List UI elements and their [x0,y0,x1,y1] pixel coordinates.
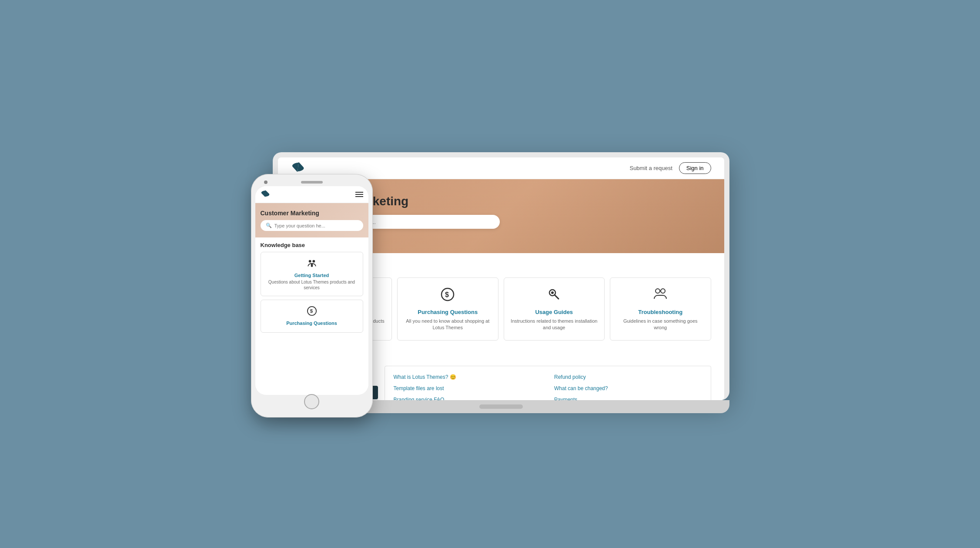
purchasing-card-desc: All you need to know about shopping at L… [404,318,492,331]
article-link-6[interactable]: Payments [554,395,702,400]
hamburger-menu[interactable] [355,192,363,197]
usage-guides-card-desc: Instructions related to themes installat… [511,318,598,331]
kb-card-troubleshooting[interactable]: Troubleshooting Guidelines in case somet… [610,277,711,341]
troubleshooting-card-title: Troubleshooting [617,309,704,315]
usage-guides-card-title: Usage Guides [511,309,598,315]
phone-search-input[interactable] [274,223,358,228]
usage-guides-icon [511,287,598,305]
phone-notch-area [255,180,368,184]
zendesk-logo-desktop [290,162,305,174]
phone-getting-started-title: Getting Started [266,273,358,278]
phone-home-area [255,395,368,408]
phone-kb-title: Knowledge base [261,242,363,248]
article-link-4[interactable]: What can be changed? [554,384,702,393]
svg-point-8 [661,289,665,293]
submit-request-link[interactable]: Submit a request [629,165,672,171]
phone-kb-card-getting-started[interactable]: Getting Started Questions about Lotus Th… [261,252,363,296]
svg-text:$: $ [310,308,313,314]
hamburger-line-1 [355,192,363,193]
troubleshooting-card-desc: Guidelines in case something goes wrong [617,318,704,331]
phone-home-button[interactable] [304,394,319,409]
phone-device: Customer Marketing 🔍 Knowledge base [251,174,373,418]
kb-card-purchasing[interactable]: $ Purchasing Questions All you need to k… [397,277,498,341]
phone-search-bar[interactable]: 🔍 [261,220,363,231]
phone-zendesk-logo [261,190,270,199]
article-link-3[interactable]: Template files are lost [394,384,542,393]
phone-kb-card-purchasing[interactable]: $ Purchasing Questions [261,300,363,333]
phone-speaker [301,181,323,184]
phone-hero-title: Customer Marketing [261,210,363,217]
laptop-base-notch [479,404,523,409]
phone-hero: Customer Marketing 🔍 [255,203,368,237]
articles-list: What is Lotus Themes? 😊 Refund policy Te… [385,366,711,400]
svg-rect-10 [312,260,315,263]
phone-getting-started-icon [266,257,358,271]
svg-point-7 [656,289,660,293]
svg-rect-11 [311,264,312,267]
svg-point-6 [551,291,554,294]
svg-rect-9 [308,260,311,263]
kb-card-usage-guides[interactable]: Usage Guides Instructions related to the… [504,277,605,341]
article-link-1[interactable]: What is Lotus Themes? 😊 [394,373,542,381]
phone-navbar [255,186,368,203]
hamburger-line-2 [355,194,363,195]
nav-right: Submit a request Sign in [629,162,711,174]
phone-getting-started-desc: Questions about Lotus Themes products an… [266,279,358,291]
article-link-2[interactable]: Refund policy [554,373,702,381]
sign-in-button[interactable]: Sign in [679,162,711,174]
phone-purchasing-icon: $ [266,305,358,319]
purchasing-card-title: Purchasing Questions [404,309,492,315]
phone-search-icon: 🔍 [266,223,272,228]
article-link-5[interactable]: Branding service FAQ [394,395,542,400]
purchasing-icon: $ [404,287,492,305]
svg-text:$: $ [445,291,449,298]
phone-main-content: Knowledge base Getting Started Questions [255,237,368,394]
phone-screen: Customer Marketing 🔍 Knowledge base [255,186,368,395]
hamburger-line-3 [355,196,363,197]
phone-camera [264,180,268,184]
troubleshooting-icon [617,287,704,305]
phone-purchasing-title: Purchasing Questions [266,321,358,326]
